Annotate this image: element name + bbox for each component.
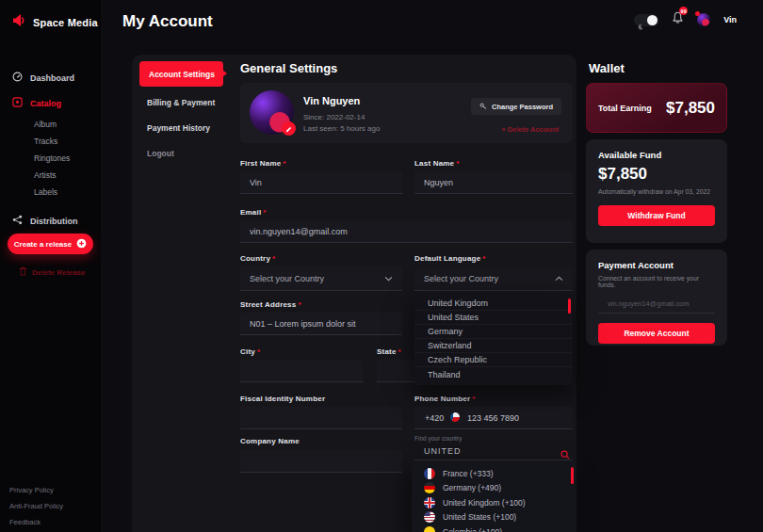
share-icon (12, 215, 23, 227)
notifications-button[interactable]: 99 (672, 11, 684, 28)
delete-account-link[interactable]: × Delete Account (501, 125, 559, 134)
germany-flag-icon (424, 482, 435, 493)
brand-name: Space Media (33, 17, 98, 28)
language-dropdown: United Kingdom United States Germany Swi… (414, 291, 573, 385)
delete-release-link[interactable]: Delete Release (19, 266, 85, 278)
default-language-label: Default Language* (414, 254, 486, 263)
payment-account-email[interactable] (598, 299, 715, 314)
tab-billing-payment[interactable]: Billing & Payment (139, 92, 222, 113)
main-panel: Account Settings Billing & Payment Payme… (132, 55, 576, 532)
country-label: Country* (240, 254, 275, 263)
first-name-input[interactable] (240, 171, 402, 194)
country-result[interactable]: Colombia (+100) (412, 524, 576, 532)
country-result[interactable]: United Kingdom (+100) (412, 495, 576, 510)
privacy-policy-link[interactable]: Privacy Policy (9, 482, 63, 498)
sidebar-item-catalog[interactable]: Catalog (0, 90, 101, 116)
theme-toggle-knob (647, 15, 657, 25)
country-result-label: Germany (+490) (443, 483, 501, 492)
street-address-input[interactable] (240, 313, 402, 335)
tab-logout[interactable]: Logout (139, 143, 182, 164)
sidebar-item-tracks[interactable]: Tracks (0, 133, 101, 150)
phone-number-value: 123 456 7890 (467, 413, 519, 423)
country-result-label: United Kingdom (+100) (443, 498, 526, 508)
sidebar-nav: Dashboard Catalog Album Tracks Ringtones… (0, 65, 101, 259)
tab-account-settings[interactable]: Account Settings (139, 61, 223, 87)
city-input[interactable] (240, 360, 363, 382)
notification-badge: 99 (679, 7, 688, 15)
theme-toggle[interactable] (634, 14, 658, 26)
feedback-link[interactable]: Feedback (9, 514, 63, 530)
country-result-label: Colombia (+100) (443, 527, 502, 532)
profile-card: Vin Nguyen Since: 2022-02-14 Last seen: … (240, 83, 573, 143)
trash-icon (19, 266, 27, 278)
change-password-button[interactable]: Change Password (471, 98, 561, 115)
email-field[interactable] (240, 220, 573, 243)
sidebar: Space Media Dashboard Catalog Album Trac… (0, 0, 101, 532)
language-option[interactable]: Czech Republic (414, 353, 573, 367)
moon-icon (637, 17, 643, 34)
colombia-flag-icon (424, 526, 435, 532)
plus-circle-icon (76, 238, 87, 250)
anti-fraud-policy-link[interactable]: Anti-Fraud Policy (9, 498, 63, 514)
language-option[interactable]: Thailand (414, 367, 573, 381)
remove-account-button[interactable]: Remove Account (598, 323, 715, 344)
state-label: State* (377, 347, 401, 356)
language-option[interactable]: United States (414, 311, 573, 325)
czech-flag-icon[interactable] (450, 412, 460, 422)
sidebar-item-labels[interactable]: Labels (0, 184, 101, 201)
street-address-label: Street Address* (240, 300, 301, 309)
country-select[interactable]: Select your Country (240, 266, 402, 291)
language-option[interactable]: Switzerland (414, 339, 573, 353)
phone-number-label: Phone Number* (414, 395, 476, 403)
active-tab-arrow (222, 70, 227, 77)
tab-payment-history[interactable]: Payment History (139, 118, 218, 138)
total-earning-label: Total Earning (598, 104, 652, 113)
change-password-label: Change Password (492, 103, 553, 111)
phone-country-code[interactable]: +420 (425, 413, 444, 423)
app-root: Space Media Dashboard Catalog Album Trac… (0, 0, 763, 532)
payment-account-desc: Connect an account to receive your funds… (598, 275, 715, 288)
country-search-results: France (+333) Germany (+490) United King… (412, 461, 576, 532)
sidebar-item-dashboard[interactable]: Dashboard (0, 65, 101, 90)
dropdown-scrollbar[interactable] (568, 298, 571, 314)
available-fund-label: Available Fund (598, 150, 715, 160)
company-name-label: Company Name (240, 437, 300, 445)
create-release-button[interactable]: Create a release (8, 234, 93, 254)
country-result[interactable]: France (+333) (412, 466, 576, 481)
language-option[interactable]: Germany (414, 325, 573, 339)
sidebar-item-distribution[interactable]: Distribution (0, 208, 101, 234)
last-name-input[interactable] (414, 171, 573, 194)
key-icon (479, 103, 487, 110)
country-result[interactable]: Germany (+490) (412, 481, 576, 496)
us-flag-icon (424, 511, 435, 523)
language-option[interactable]: United Kingdom (414, 297, 573, 311)
edit-avatar-button[interactable] (282, 121, 296, 136)
fiscal-identity-input[interactable] (240, 407, 402, 429)
available-fund-card: Available Fund $7,850 Automatically with… (586, 139, 727, 243)
brand-logo[interactable]: Space Media (0, 0, 101, 33)
wallet-heading: Wallet (589, 61, 625, 75)
find-country-label: Find your country (414, 435, 462, 442)
withdraw-note: Automatically withdraw on Apr 03, 2022 (598, 188, 715, 195)
default-language-select[interactable]: Select your Country (414, 266, 573, 291)
user-avatar[interactable] (697, 13, 710, 26)
profile-last-seen: Last seen: 5 hours ago (303, 124, 380, 133)
sidebar-item-artists[interactable]: Artists (0, 167, 101, 184)
total-earning-card: Total Earning $7,850 (586, 83, 727, 133)
sidebar-item-album[interactable]: Album (0, 116, 101, 133)
find-country-search-input[interactable] (414, 443, 573, 460)
delete-release-label: Delete Release (32, 268, 85, 277)
email-label: Email* (240, 208, 267, 217)
country-result-label: France (+333) (443, 469, 494, 478)
dashboard-icon (12, 72, 23, 84)
topbar-controls: 99 Vin (634, 11, 737, 28)
country-result[interactable]: United States (+100) (412, 510, 576, 525)
profile-name: Vin Nguyen (303, 95, 360, 106)
france-flag-icon (424, 468, 435, 479)
user-name[interactable]: Vin (723, 15, 737, 24)
total-earning-value: $7,850 (666, 99, 715, 118)
results-scrollbar[interactable] (571, 467, 574, 484)
withdraw-fund-button[interactable]: Withdraw Fund (598, 205, 715, 226)
company-name-input[interactable] (240, 450, 402, 473)
sidebar-item-ringtones[interactable]: Ringtones (0, 150, 101, 167)
